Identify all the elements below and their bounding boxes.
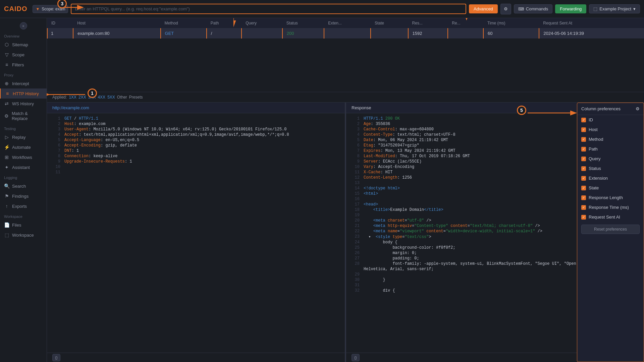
col-pref-request-sent-ai[interactable]: Request Sent AI <box>577 212 644 222</box>
exports-icon: ↑ <box>4 203 9 209</box>
response-format-button[interactable]: {} <box>352 354 360 361</box>
col-pref-checkbox-state[interactable] <box>581 186 586 190</box>
code-line: 11 <box>47 170 345 175</box>
col-pref-checkbox-id[interactable] <box>581 118 586 122</box>
col-pref-path[interactable]: Path <box>577 144 644 154</box>
cell-query <box>241 28 282 39</box>
response-pane: Response 1 HTTP/1.1 200 OK 2 Age: 355036… <box>346 103 644 362</box>
sidebar-item-search[interactable]: 🔍 Search <box>0 181 47 191</box>
col-pref-query[interactable]: Query <box>577 154 644 164</box>
settings-button[interactable]: ⚙ <box>500 4 511 14</box>
sidebar-item-workflows[interactable]: ⊞ Workflows <box>0 152 47 162</box>
sidebar-item-sitemap[interactable]: ⬡ Sitemap <box>0 40 47 50</box>
sidebar-item-filters[interactable]: ≡ Filters <box>0 60 47 70</box>
col-query[interactable]: Query <box>241 18 282 28</box>
workspace-icon: ⬚ <box>4 232 9 238</box>
project-selector[interactable]: ⬚ Example Project ▾ <box>589 4 640 13</box>
sidebar-item-assistant[interactable]: ✦ Assistant <box>0 162 47 172</box>
filter-1xx[interactable]: 1XX <box>69 95 76 100</box>
cell-status: 200 <box>282 28 324 39</box>
empty-area <box>47 39 644 92</box>
assistant-icon: ✦ <box>4 165 9 170</box>
col-pref-response-length[interactable]: Response Length <box>577 193 644 202</box>
sidebar-item-scope[interactable]: ▽ Scope <box>0 50 47 60</box>
col-id[interactable]: ID <box>47 18 73 28</box>
filter-5xx[interactable]: 5XX <box>107 95 115 100</box>
request-url-text: http://example.com <box>52 105 89 110</box>
col-state[interactable]: State <box>371 18 408 28</box>
filter-4xx[interactable]: 4XX <box>98 95 105 100</box>
reset-preferences-button[interactable]: Reset preferences <box>581 225 640 234</box>
col-status[interactable]: Status <box>282 18 324 28</box>
col-prefs-header: Column preferences ⚙ <box>577 103 644 115</box>
col-pref-checkbox-response-time[interactable] <box>581 205 586 210</box>
col-extension[interactable]: Exten... <box>324 18 371 28</box>
sidebar-item-findings[interactable]: ⚑ Findings <box>0 191 47 201</box>
table-row[interactable]: 1 example.com:80 GET / 200 1592 60 2024-… <box>47 28 644 39</box>
proxy-section-label: Proxy <box>0 70 47 78</box>
col-method[interactable]: Method <box>161 18 207 28</box>
code-line: 3 User-Agent: Mozilla/5.0 (Windows NT 10… <box>47 127 345 132</box>
match-replace-icon: ⚙ <box>4 113 9 119</box>
sidebar-item-workspace[interactable]: ⬚ Workspace <box>0 230 47 240</box>
app-body: « Overview ⬡ Sitemap ▽ Scope ≡ Filters P… <box>0 18 644 362</box>
commands-button[interactable]: ⌨ Commands <box>514 4 552 13</box>
app-container: CAIDO ▼ Scope: exam 3 Advanced ⚙ ⌨ Comma… <box>0 0 644 362</box>
sidebar-item-match-replace[interactable]: ⚙ Match & Replace <box>0 109 47 123</box>
col-time[interactable]: Time (ms) <box>483 18 539 28</box>
sidebar-collapse-button[interactable]: « <box>20 22 27 29</box>
sidebar-item-replay[interactable]: ▷ Replay <box>0 132 47 142</box>
request-url: http://example.com <box>47 103 345 113</box>
col-pref-host[interactable]: Host <box>577 125 644 134</box>
chevron-down-icon: ▾ <box>633 6 636 11</box>
request-code-area[interactable]: 1 GET / HTTP/1.1 2 Host: example.com 3 U… <box>47 113 345 353</box>
col-pref-checkbox-status[interactable] <box>581 166 586 171</box>
sidebar-item-files[interactable]: 📄 Files <box>0 220 47 230</box>
col-pref-label-response-time: Response Time (ms) <box>589 205 629 210</box>
workflows-icon: ⊞ <box>4 155 9 160</box>
col-pref-checkbox-method[interactable] <box>581 137 586 142</box>
col-pref-checkbox-extension[interactable] <box>581 176 586 181</box>
col-sent-at[interactable]: Request Sent At <box>539 18 644 28</box>
col-pref-checkbox-query[interactable] <box>581 157 586 161</box>
request-table-container: ID Host Method Path 2 <box>47 18 644 39</box>
col-pref-status[interactable]: Status <box>577 164 644 173</box>
sidebar: « Overview ⬡ Sitemap ▽ Scope ≡ Filters P… <box>0 18 47 362</box>
col-pref-checkbox-host[interactable] <box>581 127 586 132</box>
code-line: 2 Host: example.com <box>47 121 345 127</box>
filter-presets[interactable]: Presets <box>129 95 143 100</box>
col-host[interactable]: Host <box>73 18 160 28</box>
automate-icon: ⚡ <box>4 144 9 150</box>
sidebar-item-http-history[interactable]: ≡ HTTP History 1 <box>0 88 47 99</box>
col-pref-state[interactable]: State <box>577 183 644 193</box>
filter-2xx[interactable]: 2XX <box>78 95 86 100</box>
testing-section-label: Testing <box>0 123 47 132</box>
col-pref-label-request-sent-ai: Request Sent AI <box>589 215 620 220</box>
advanced-button[interactable]: Advanced <box>469 4 498 13</box>
request-format-button[interactable]: {} <box>52 354 60 361</box>
sidebar-label-files: Files <box>12 223 21 228</box>
col-prefs-gear-icon[interactable]: ⚙ <box>636 106 640 111</box>
forwarding-button[interactable]: Forwarding <box>555 4 586 13</box>
filter-other[interactable]: Other <box>117 95 127 100</box>
sidebar-label-http-history: HTTP History <box>13 91 39 96</box>
sidebar-item-ws-history[interactable]: ⇄ WS History <box>0 99 47 109</box>
col-pref-method[interactable]: Method <box>577 134 644 144</box>
sidebar-item-exports[interactable]: ↑ Exports <box>0 201 47 211</box>
main-content: ID Host Method Path 2 <box>47 18 644 362</box>
col-pref-id[interactable]: ID <box>577 115 644 125</box>
code-line: 8 Connection: keep-alive <box>47 154 345 159</box>
col-path[interactable]: Path 2 <box>207 18 241 28</box>
overview-section-label: Overview <box>0 31 47 40</box>
col-res[interactable]: Res... <box>408 18 448 28</box>
code-line: 6 Accept-Encoding: gzip, deflate <box>47 143 345 148</box>
col-pref-checkbox-response-length[interactable] <box>581 195 586 200</box>
sidebar-item-automate[interactable]: ⚡ Automate <box>0 142 47 152</box>
sidebar-item-intercept[interactable]: ⊕ Intercept <box>0 78 47 88</box>
httpql-input[interactable] <box>71 4 466 14</box>
col-pref-checkbox-path[interactable] <box>581 147 586 152</box>
col-pref-extension[interactable]: Extension <box>577 173 644 183</box>
col-re[interactable]: Re... 4 <box>448 18 483 28</box>
col-pref-checkbox-request-sent-ai[interactable] <box>581 215 586 220</box>
col-pref-response-time[interactable]: Response Time (ms) <box>577 202 644 212</box>
